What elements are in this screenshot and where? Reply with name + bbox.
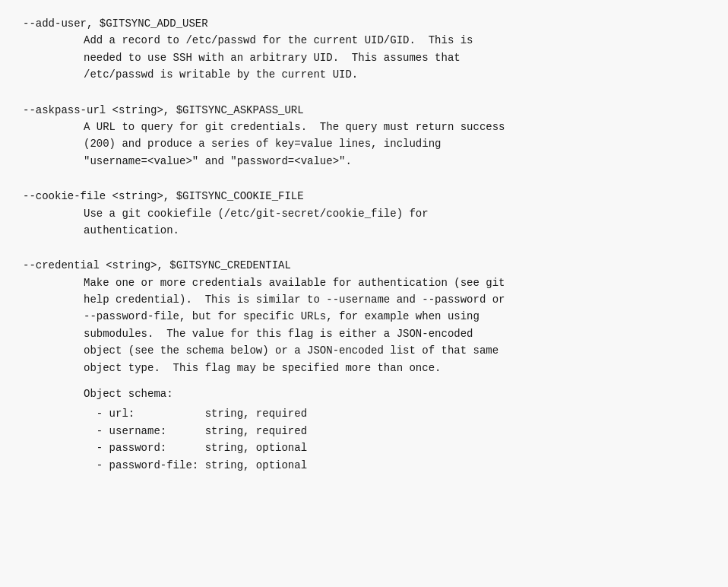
flag-desc-line: help credential). This is similar to --u… bbox=[84, 294, 505, 306]
flag-header-add-user: --add-user, $GITSYNC_ADD_USER bbox=[23, 15, 705, 32]
flag-desc-line: object (see the schema below) or a JSON-… bbox=[84, 344, 499, 357]
flag-desc-line: --password-file, but for specific URLs, … bbox=[84, 310, 480, 322]
flag-desc-add-user: Add a record to /etc/passwd for the curr… bbox=[23, 32, 705, 83]
flag-section-add-user: --add-user, $GITSYNC_ADD_USERAdd a recor… bbox=[23, 15, 705, 84]
flag-desc-line: object type. This flag may be specified … bbox=[84, 362, 441, 374]
schema-row: - password-file: string, optional bbox=[84, 457, 705, 474]
schema-title: Object schema: bbox=[84, 386, 705, 402]
flag-desc-line: Make one or more credentials available f… bbox=[84, 277, 505, 289]
flag-header-cookie-file: --cookie-file <string>, $GITSYNC_COOKIE_… bbox=[23, 188, 705, 205]
schema-row: - username: string, required bbox=[84, 423, 705, 439]
flag-desc-line: authentication. bbox=[84, 224, 179, 236]
flag-desc-line: /etc/passwd is writable by the current U… bbox=[84, 68, 358, 81]
flag-header-askpass-url: --askpass-url <string>, $GITSYNC_ASKPASS… bbox=[23, 102, 705, 119]
flag-desc-askpass-url: A URL to query for git credentials. The … bbox=[23, 119, 705, 170]
flag-desc-line: A URL to query for git credentials. The … bbox=[84, 121, 505, 133]
flag-header-credential: --credential <string>, $GITSYNC_CREDENTI… bbox=[23, 257, 705, 274]
schema-row: - url: string, required bbox=[84, 405, 705, 422]
flag-desc-line: Add a record to /etc/passwd for the curr… bbox=[84, 34, 473, 46]
flag-desc-line: submodules. The value for this flag is e… bbox=[84, 328, 473, 340]
schema-block-credential: Object schema: - url: string, required -… bbox=[23, 386, 705, 474]
flag-section-askpass-url: --askpass-url <string>, $GITSYNC_ASKPASS… bbox=[23, 102, 705, 170]
flag-desc-line: Use a git cookiefile (/etc/git-secret/co… bbox=[84, 208, 429, 220]
flag-desc-credential: Make one or more credentials available f… bbox=[23, 274, 705, 376]
flag-desc-line: needed to use SSH with an arbitrary UID.… bbox=[84, 52, 461, 64]
doc-container: --add-user, $GITSYNC_ADD_USERAdd a recor… bbox=[23, 15, 705, 474]
flag-desc-line: "username=<value>" and "password=<value>… bbox=[84, 155, 352, 167]
flag-section-cookie-file: --cookie-file <string>, $GITSYNC_COOKIE_… bbox=[23, 188, 705, 239]
schema-row: - password: string, optional bbox=[84, 439, 705, 456]
flag-section-credential: --credential <string>, $GITSYNC_CREDENTI… bbox=[23, 257, 705, 474]
flag-desc-cookie-file: Use a git cookiefile (/etc/git-secret/co… bbox=[23, 205, 705, 240]
flag-desc-line: (200) and produce a series of key=value … bbox=[84, 138, 441, 150]
